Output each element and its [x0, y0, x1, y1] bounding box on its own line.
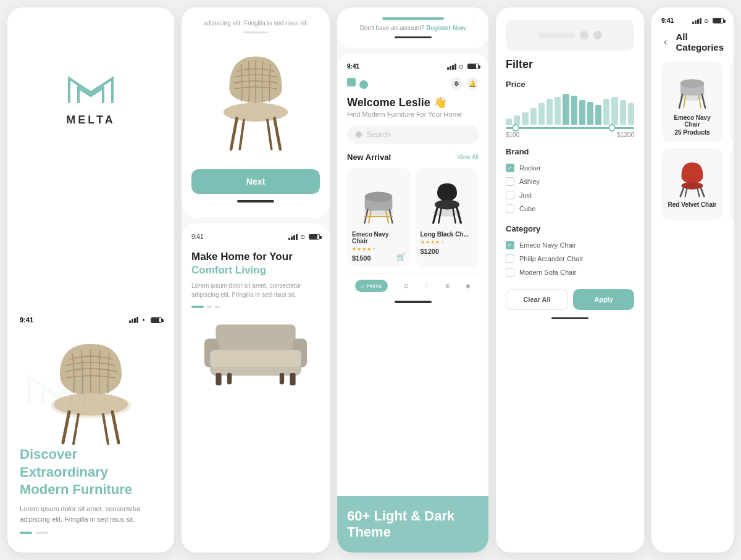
price-min: $100	[506, 132, 519, 138]
product-card-2[interactable]: Long Black Ch... ★★★★★ $1200	[416, 168, 479, 267]
brand-name-1: Ashley	[519, 178, 540, 185]
onboard-sub: Lorem ipsum dolor sit amet, consectetur …	[191, 281, 320, 299]
armchair-image	[191, 313, 320, 387]
dots-icon[interactable]	[359, 80, 368, 89]
heart-icon: ♡	[424, 283, 429, 289]
cat-filter-checkbox-0[interactable]	[506, 241, 514, 249]
home-indicator-main	[395, 301, 432, 303]
search-bar[interactable]: Search	[347, 125, 479, 144]
svg-line-30	[433, 208, 437, 223]
cat-filter-item-1[interactable]: Philip Arcander Chair	[506, 252, 634, 265]
product-stars-1: ★★★★★	[352, 246, 406, 252]
watermark-logo	[20, 359, 94, 417]
brand-checkbox-0[interactable]	[506, 164, 514, 172]
back-button[interactable]: ‹	[661, 35, 669, 49]
svg-point-29	[435, 199, 459, 209]
home-screen-card: 9:41 ⊙ ⚙ 🔔 Welcome	[337, 53, 488, 553]
panel1-subtext: Lorem ipsum dolor sit amet, consectetur …	[20, 504, 162, 524]
register-now-link[interactable]: Register Now	[426, 25, 466, 31]
nav-favorites[interactable]: ♡	[424, 283, 429, 289]
cat-filter-checkbox-1[interactable]	[506, 254, 514, 263]
product-img-2	[421, 173, 474, 228]
brand-name-0: Rocker	[519, 164, 541, 172]
svg-line-49	[685, 189, 687, 196]
cat-grid-item-1[interactable]: Philip Arcander Chair16 Products	[729, 61, 734, 142]
panel1-bottom: 9:41 ‣	[20, 316, 162, 534]
price-bar-9	[579, 100, 585, 125]
new-arrival-title: New Arrival	[347, 153, 391, 162]
home-indicator-login	[395, 36, 432, 38]
product-name-2: Long Black Ch...	[421, 231, 474, 238]
filter-actions: Clear All Apply	[506, 289, 634, 310]
menu-icon[interactable]	[347, 78, 356, 86]
cat-grid-item-2[interactable]: Red Velvet Chair	[661, 148, 723, 221]
svg-line-5	[103, 414, 108, 444]
cat-filter-checkbox-2[interactable]	[506, 268, 514, 277]
brand-section-title: Brand	[506, 147, 634, 156]
p5-status-bar: 9:41 ⊙	[661, 17, 724, 24]
cart-icon-1[interactable]: 🛒	[396, 253, 406, 261]
brand-item-2[interactable]: Just	[506, 188, 634, 202]
brand-list: RockerAshleyJustCube	[506, 161, 634, 215]
nav-home[interactable]: ⌂ Home	[355, 280, 388, 292]
svg-rect-18	[227, 373, 232, 384]
cat-filter-item-0[interactable]: Emeco Navy Chair	[506, 238, 634, 252]
nav-profile[interactable]: ◉	[466, 283, 471, 289]
svg-rect-12	[216, 325, 295, 353]
logo-area: MELTA	[66, 69, 115, 127]
dot-1	[20, 532, 32, 534]
cat-filter-name-0: Emeco Navy Chair	[519, 241, 576, 249]
welcome-text: Welcome Leslie 👋	[347, 96, 479, 109]
svg-line-31	[457, 208, 461, 223]
cat-filter-name-2: Modern Sofa Chair	[519, 269, 576, 276]
next-button[interactable]: Next	[191, 169, 320, 194]
brand-checkbox-3[interactable]	[506, 204, 514, 213]
brand-item-1[interactable]: Ashley	[506, 175, 634, 188]
brand-checkbox-2[interactable]	[506, 191, 514, 199]
panel-categories: 9:41 ⊙ ‹ All Categories Emeco Navy Chair…	[651, 7, 734, 553]
brand-checkbox-1[interactable]	[506, 177, 514, 186]
nav-home-label: Home	[367, 283, 382, 289]
cat-filter-item-2[interactable]: Modern Sofa Chair	[506, 265, 634, 279]
cat-grid-item-0[interactable]: Emeco Navy Chair25 Products	[661, 61, 723, 142]
product-price-2: $1200	[421, 248, 474, 255]
brand-item-3[interactable]: Cube	[506, 202, 634, 215]
svg-line-7	[231, 118, 237, 149]
filter-icon[interactable]: ⚙	[450, 77, 463, 90]
time-label: 9:41	[20, 316, 33, 324]
nav-scan[interactable]: ⊡	[404, 283, 409, 289]
logo-icon	[66, 69, 115, 109]
product-card-1[interactable]: Emeco Navy Chair ★★★★★ $1500 🛒	[347, 168, 411, 267]
p2-status-bar: 9:41 ⊙	[191, 233, 320, 240]
clear-all-button[interactable]: Clear All	[506, 289, 568, 310]
onboard-title: Make Home for Your Comfort Living	[191, 250, 320, 277]
svg-point-22	[365, 192, 393, 202]
price-range-slider[interactable]	[506, 127, 634, 129]
filter-title: Filter	[506, 58, 634, 71]
progress-dot-2	[215, 306, 220, 308]
bottom-nav: ⌂ Home ⊡ ♡ ⊞ ◉	[347, 273, 479, 296]
category-filter-list: Emeco Navy ChairPhilip Arcander ChairMod…	[506, 238, 634, 279]
slider-thumb-left[interactable]	[512, 124, 519, 132]
price-bar-6	[555, 97, 561, 125]
cat-grid-item-3[interactable]: Black Modern Chair	[729, 148, 734, 221]
brand-item-0[interactable]: Rocker	[506, 161, 634, 175]
categories-card: 9:41 ⊙ ‹ All Categories Emeco Navy Chair…	[651, 7, 734, 553]
dot-2	[36, 532, 48, 534]
cat-img-2	[668, 154, 717, 198]
pagination-dots	[20, 532, 162, 534]
apply-button[interactable]: Apply	[573, 289, 634, 310]
chair-svg-panel2	[206, 39, 305, 156]
blur-circle-1	[580, 31, 588, 40]
slider-thumb-right[interactable]	[608, 124, 616, 132]
price-range-labels: $100 $1200	[506, 132, 634, 138]
svg-line-47	[680, 188, 684, 196]
svg-line-48	[701, 188, 704, 196]
product-name-1: Emeco Navy Chair	[352, 231, 406, 244]
nav-cart[interactable]: ⊞	[445, 283, 450, 289]
price-section-title: Price	[506, 80, 634, 89]
view-all-link[interactable]: View All	[457, 154, 479, 161]
categories-grid: Emeco Navy Chair25 ProductsPhilip Arcand…	[661, 61, 724, 221]
svg-rect-16	[216, 373, 221, 385]
bell-icon[interactable]: 🔔	[466, 77, 479, 90]
